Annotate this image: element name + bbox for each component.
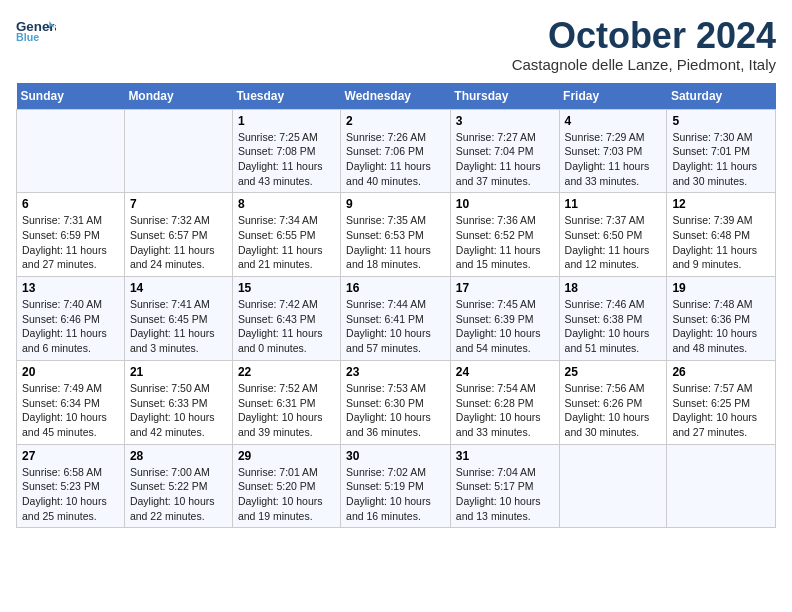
day-number: 3	[456, 114, 554, 128]
day-number: 13	[22, 281, 119, 295]
day-info: Sunrise: 7:39 AMSunset: 6:48 PMDaylight:…	[672, 213, 770, 272]
day-number: 22	[238, 365, 335, 379]
calendar-cell	[124, 109, 232, 193]
calendar-cell	[559, 444, 667, 528]
calendar-week-row: 27Sunrise: 6:58 AMSunset: 5:23 PMDayligh…	[17, 444, 776, 528]
day-info: Sunrise: 7:36 AMSunset: 6:52 PMDaylight:…	[456, 213, 554, 272]
calendar-week-row: 20Sunrise: 7:49 AMSunset: 6:34 PMDayligh…	[17, 360, 776, 444]
day-number: 6	[22, 197, 119, 211]
weekday-header: Tuesday	[232, 83, 340, 110]
day-info: Sunrise: 7:56 AMSunset: 6:26 PMDaylight:…	[565, 381, 662, 440]
calendar-week-row: 1Sunrise: 7:25 AMSunset: 7:08 PMDaylight…	[17, 109, 776, 193]
day-info: Sunrise: 7:49 AMSunset: 6:34 PMDaylight:…	[22, 381, 119, 440]
calendar-table: SundayMondayTuesdayWednesdayThursdayFrid…	[16, 83, 776, 529]
day-info: Sunrise: 7:50 AMSunset: 6:33 PMDaylight:…	[130, 381, 227, 440]
day-number: 17	[456, 281, 554, 295]
location: Castagnole delle Lanze, Piedmont, Italy	[512, 56, 776, 73]
calendar-cell: 21Sunrise: 7:50 AMSunset: 6:33 PMDayligh…	[124, 360, 232, 444]
day-number: 26	[672, 365, 770, 379]
calendar-cell: 6Sunrise: 7:31 AMSunset: 6:59 PMDaylight…	[17, 193, 125, 277]
weekday-header: Friday	[559, 83, 667, 110]
day-number: 7	[130, 197, 227, 211]
day-number: 12	[672, 197, 770, 211]
day-info: Sunrise: 7:04 AMSunset: 5:17 PMDaylight:…	[456, 465, 554, 524]
day-number: 31	[456, 449, 554, 463]
calendar-cell: 19Sunrise: 7:48 AMSunset: 6:36 PMDayligh…	[667, 277, 776, 361]
day-number: 8	[238, 197, 335, 211]
svg-text:Blue: Blue	[16, 31, 39, 43]
day-info: Sunrise: 7:34 AMSunset: 6:55 PMDaylight:…	[238, 213, 335, 272]
day-number: 11	[565, 197, 662, 211]
day-info: Sunrise: 7:01 AMSunset: 5:20 PMDaylight:…	[238, 465, 335, 524]
day-info: Sunrise: 7:42 AMSunset: 6:43 PMDaylight:…	[238, 297, 335, 356]
day-info: Sunrise: 7:46 AMSunset: 6:38 PMDaylight:…	[565, 297, 662, 356]
day-info: Sunrise: 7:31 AMSunset: 6:59 PMDaylight:…	[22, 213, 119, 272]
day-number: 23	[346, 365, 445, 379]
day-number: 16	[346, 281, 445, 295]
day-number: 25	[565, 365, 662, 379]
day-number: 2	[346, 114, 445, 128]
calendar-cell: 27Sunrise: 6:58 AMSunset: 5:23 PMDayligh…	[17, 444, 125, 528]
calendar-cell: 4Sunrise: 7:29 AMSunset: 7:03 PMDaylight…	[559, 109, 667, 193]
header-row: SundayMondayTuesdayWednesdayThursdayFrid…	[17, 83, 776, 110]
calendar-cell: 7Sunrise: 7:32 AMSunset: 6:57 PMDaylight…	[124, 193, 232, 277]
calendar-week-row: 6Sunrise: 7:31 AMSunset: 6:59 PMDaylight…	[17, 193, 776, 277]
calendar-cell: 31Sunrise: 7:04 AMSunset: 5:17 PMDayligh…	[450, 444, 559, 528]
day-number: 4	[565, 114, 662, 128]
calendar-cell: 20Sunrise: 7:49 AMSunset: 6:34 PMDayligh…	[17, 360, 125, 444]
day-info: Sunrise: 7:29 AMSunset: 7:03 PMDaylight:…	[565, 130, 662, 189]
calendar-cell: 12Sunrise: 7:39 AMSunset: 6:48 PMDayligh…	[667, 193, 776, 277]
calendar-cell: 3Sunrise: 7:27 AMSunset: 7:04 PMDaylight…	[450, 109, 559, 193]
day-number: 24	[456, 365, 554, 379]
calendar-cell: 18Sunrise: 7:46 AMSunset: 6:38 PMDayligh…	[559, 277, 667, 361]
day-info: Sunrise: 7:48 AMSunset: 6:36 PMDaylight:…	[672, 297, 770, 356]
day-info: Sunrise: 7:25 AMSunset: 7:08 PMDaylight:…	[238, 130, 335, 189]
calendar-cell: 11Sunrise: 7:37 AMSunset: 6:50 PMDayligh…	[559, 193, 667, 277]
weekday-header: Monday	[124, 83, 232, 110]
calendar-cell: 2Sunrise: 7:26 AMSunset: 7:06 PMDaylight…	[341, 109, 451, 193]
day-number: 14	[130, 281, 227, 295]
day-number: 5	[672, 114, 770, 128]
weekday-header: Sunday	[17, 83, 125, 110]
calendar-cell: 15Sunrise: 7:42 AMSunset: 6:43 PMDayligh…	[232, 277, 340, 361]
day-number: 20	[22, 365, 119, 379]
calendar-cell: 9Sunrise: 7:35 AMSunset: 6:53 PMDaylight…	[341, 193, 451, 277]
day-number: 9	[346, 197, 445, 211]
calendar-cell: 8Sunrise: 7:34 AMSunset: 6:55 PMDaylight…	[232, 193, 340, 277]
calendar-cell: 28Sunrise: 7:00 AMSunset: 5:22 PMDayligh…	[124, 444, 232, 528]
calendar-cell: 5Sunrise: 7:30 AMSunset: 7:01 PMDaylight…	[667, 109, 776, 193]
calendar-cell: 1Sunrise: 7:25 AMSunset: 7:08 PMDaylight…	[232, 109, 340, 193]
day-info: Sunrise: 7:30 AMSunset: 7:01 PMDaylight:…	[672, 130, 770, 189]
day-info: Sunrise: 7:40 AMSunset: 6:46 PMDaylight:…	[22, 297, 119, 356]
calendar-week-row: 13Sunrise: 7:40 AMSunset: 6:46 PMDayligh…	[17, 277, 776, 361]
day-info: Sunrise: 7:52 AMSunset: 6:31 PMDaylight:…	[238, 381, 335, 440]
page-header: General Blue October 2024 Castagnole del…	[16, 16, 776, 73]
day-info: Sunrise: 7:41 AMSunset: 6:45 PMDaylight:…	[130, 297, 227, 356]
calendar-cell: 14Sunrise: 7:41 AMSunset: 6:45 PMDayligh…	[124, 277, 232, 361]
day-number: 19	[672, 281, 770, 295]
calendar-cell: 23Sunrise: 7:53 AMSunset: 6:30 PMDayligh…	[341, 360, 451, 444]
calendar-cell: 24Sunrise: 7:54 AMSunset: 6:28 PMDayligh…	[450, 360, 559, 444]
weekday-header: Wednesday	[341, 83, 451, 110]
day-number: 10	[456, 197, 554, 211]
day-number: 21	[130, 365, 227, 379]
day-number: 29	[238, 449, 335, 463]
calendar-cell	[17, 109, 125, 193]
day-info: Sunrise: 7:37 AMSunset: 6:50 PMDaylight:…	[565, 213, 662, 272]
day-number: 1	[238, 114, 335, 128]
day-info: Sunrise: 7:02 AMSunset: 5:19 PMDaylight:…	[346, 465, 445, 524]
calendar-cell: 16Sunrise: 7:44 AMSunset: 6:41 PMDayligh…	[341, 277, 451, 361]
logo: General Blue	[16, 16, 56, 48]
calendar-cell: 29Sunrise: 7:01 AMSunset: 5:20 PMDayligh…	[232, 444, 340, 528]
day-number: 30	[346, 449, 445, 463]
weekday-header: Thursday	[450, 83, 559, 110]
calendar-cell: 26Sunrise: 7:57 AMSunset: 6:25 PMDayligh…	[667, 360, 776, 444]
day-info: Sunrise: 7:26 AMSunset: 7:06 PMDaylight:…	[346, 130, 445, 189]
title-block: October 2024 Castagnole delle Lanze, Pie…	[512, 16, 776, 73]
day-info: Sunrise: 7:44 AMSunset: 6:41 PMDaylight:…	[346, 297, 445, 356]
day-info: Sunrise: 7:53 AMSunset: 6:30 PMDaylight:…	[346, 381, 445, 440]
day-info: Sunrise: 7:00 AMSunset: 5:22 PMDaylight:…	[130, 465, 227, 524]
calendar-cell	[667, 444, 776, 528]
day-info: Sunrise: 7:32 AMSunset: 6:57 PMDaylight:…	[130, 213, 227, 272]
day-number: 28	[130, 449, 227, 463]
